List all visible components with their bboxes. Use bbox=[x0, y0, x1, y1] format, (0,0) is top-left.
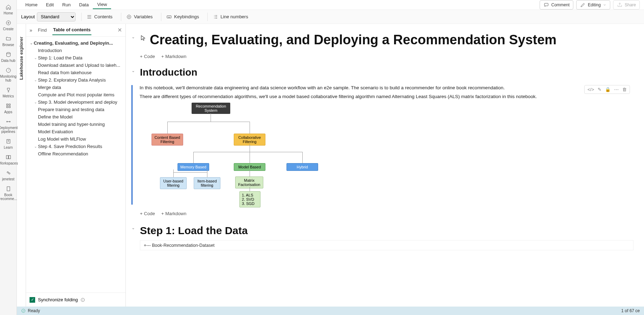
toc-item[interactable]: Model training and hyper-tunning bbox=[27, 121, 124, 128]
toc-item[interactable]: ⌄Step 2. Exploratory Data Analysis bbox=[27, 76, 124, 84]
toc-root[interactable]: ⌄ Creating, Evaluating, and Deployin... bbox=[27, 39, 124, 47]
rail-monitoring[interactable]: Monitoring hub bbox=[0, 65, 17, 84]
line-numbers-button[interactable]: Line numbers bbox=[207, 13, 251, 21]
cell-delete-icon[interactable]: 🗑 bbox=[622, 87, 627, 92]
plus-icon: + bbox=[140, 54, 143, 59]
rail-browse[interactable]: Browse bbox=[0, 33, 17, 49]
collapse-toggle[interactable]: ⌄ bbox=[131, 225, 136, 230]
menu-run[interactable]: Run bbox=[58, 1, 75, 9]
code-cell[interactable]: +--- Book-Recommendation-Dataset bbox=[140, 240, 633, 250]
chevron-down-icon: ⌄ bbox=[29, 41, 34, 45]
plus-icon: + bbox=[140, 211, 143, 216]
markdown-cell[interactable]: </> ✎ 🔒 ⋯ 🗑 In this notebook, we'll demo… bbox=[131, 85, 633, 205]
cell-more-icon[interactable]: ⋯ bbox=[614, 87, 619, 92]
variables-button[interactable]: Variables bbox=[121, 13, 155, 21]
toc-item[interactable]: Compute and Plot most popular items bbox=[27, 91, 124, 98]
diagram-collaborative: Collaborative Filtering bbox=[234, 134, 265, 146]
notebook-area[interactable]: ⌄ Creating, Evaluating, and Deploying a … bbox=[126, 24, 644, 307]
add-markdown-button[interactable]: +Markdown bbox=[161, 211, 187, 216]
rail-workspaces[interactable]: Workspaces bbox=[0, 152, 17, 167]
notebook-title: Creating, Evaluating, and Deploying a Re… bbox=[150, 32, 556, 47]
diagram-root: Recommendation System bbox=[192, 103, 230, 114]
toc-tree: ⌄ Creating, Evaluating, and Deployin... … bbox=[26, 37, 125, 292]
rail-metrics[interactable]: Metrics bbox=[0, 84, 17, 100]
chevron-down-icon bbox=[603, 2, 606, 8]
keybindings-button[interactable]: Keybindings bbox=[161, 13, 202, 21]
status-ready: Ready bbox=[28, 308, 40, 313]
toc-title-tab[interactable]: Table of contents bbox=[52, 25, 91, 35]
share-button[interactable]: Share bbox=[613, 0, 640, 9]
toc-item[interactable]: Read data from lakehouse bbox=[27, 69, 124, 76]
list-icon bbox=[86, 14, 92, 20]
editing-button[interactable]: Editing bbox=[576, 0, 610, 9]
toc-item[interactable]: Offline Recommendation bbox=[27, 150, 124, 158]
toc-item[interactable]: Merge data bbox=[27, 84, 124, 91]
svg-point-13 bbox=[8, 173, 10, 174]
heading-introduction: Introduction bbox=[140, 67, 197, 78]
collapse-toggle[interactable]: ⌄ bbox=[131, 68, 136, 73]
chevron-down-icon: ⌄ bbox=[33, 144, 38, 148]
toc-item[interactable]: Introduction bbox=[27, 47, 124, 54]
share-icon bbox=[617, 2, 623, 8]
rail-workspace-jenetest[interactable]: jenetest bbox=[0, 167, 17, 183]
chevron-down-icon: ⌄ bbox=[33, 78, 38, 82]
check-icon bbox=[21, 308, 26, 314]
folder-icon bbox=[5, 35, 12, 42]
left-nav-rail: Home Create Browse Data hub Monitoring h… bbox=[0, 0, 17, 315]
svg-rect-6 bbox=[9, 106, 10, 108]
cell-edit-icon[interactable]: ✎ bbox=[598, 87, 601, 92]
toc-footer: ✓ Synchronize folding bbox=[26, 292, 125, 307]
collapse-toggle[interactable]: ⌄ bbox=[131, 34, 136, 39]
menu-home[interactable]: Home bbox=[21, 1, 42, 9]
edit-icon bbox=[580, 2, 586, 8]
heading-step1: Step 1: Load the Data bbox=[140, 225, 248, 237]
menu-data[interactable]: Data bbox=[75, 1, 93, 9]
rail-create[interactable]: Create bbox=[0, 17, 17, 33]
comment-icon bbox=[543, 2, 549, 8]
toc-item[interactable]: ⌄Step 3. Model development and deploy bbox=[27, 98, 124, 106]
sync-folding-label: Synchronize folding bbox=[38, 297, 78, 302]
rail-book-recomme[interactable]: Book recomme... bbox=[0, 183, 17, 203]
toc-item[interactable]: ⌄Step 4. Save Prediction Results bbox=[27, 143, 124, 150]
toc-item[interactable]: Prepare training and testing data bbox=[27, 106, 124, 113]
lakehouse-panel-collapsed[interactable]: Lakehouse explorer bbox=[17, 24, 26, 307]
numbers-icon bbox=[213, 14, 218, 20]
rail-deployment[interactable]: Deployment pipelines bbox=[0, 116, 17, 136]
sync-folding-checkbox[interactable]: ✓ bbox=[30, 297, 35, 303]
diagram-user-based: User-based filtering bbox=[160, 177, 187, 189]
toc-close-button[interactable]: ✕ bbox=[117, 27, 122, 33]
add-code-button[interactable]: +Code bbox=[140, 211, 155, 216]
paragraph: There are different types of recommendat… bbox=[140, 94, 633, 99]
toc-item[interactable]: Define the Model bbox=[27, 113, 124, 121]
toc-item[interactable]: Model Evaluation bbox=[27, 128, 124, 135]
home-icon bbox=[5, 4, 12, 11]
menu-edit[interactable]: Edit bbox=[42, 1, 58, 9]
cell-lock-icon[interactable]: 🔒 bbox=[605, 87, 611, 92]
rail-home[interactable]: Home bbox=[0, 1, 17, 17]
menu-view[interactable]: View bbox=[93, 0, 111, 9]
contents-button[interactable]: Contents bbox=[81, 13, 115, 21]
info-icon bbox=[80, 297, 85, 303]
cell-toolbar: </> ✎ 🔒 ⋯ 🗑 bbox=[584, 85, 630, 94]
variable-icon bbox=[126, 14, 132, 20]
toc-find-tab[interactable]: Find bbox=[37, 25, 47, 35]
toc-expand-icon[interactable]: » bbox=[30, 27, 32, 33]
view-toolbar: Layout Standard Contents Variables Keybi… bbox=[17, 10, 644, 24]
svg-rect-14 bbox=[7, 187, 10, 191]
data-hub-icon bbox=[5, 51, 12, 58]
status-cells: 1 of 67 ce bbox=[621, 308, 640, 313]
svg-rect-10 bbox=[6, 155, 8, 159]
diagram-matrix-fact: Matrix Factorisation bbox=[235, 176, 263, 188]
rail-learn[interactable]: Learn bbox=[0, 136, 17, 152]
toc-item[interactable]: ⌄Step 1: Load the Data bbox=[27, 54, 124, 62]
cell-code-icon[interactable]: </> bbox=[587, 87, 594, 92]
add-markdown-button[interactable]: +Markdown bbox=[161, 54, 187, 59]
layout-select[interactable]: Standard bbox=[37, 12, 76, 21]
toc-item[interactable]: Download dataset and Upload to lakeh... bbox=[27, 62, 124, 69]
comment-button[interactable]: Comment bbox=[540, 0, 573, 9]
diagram-item-based: Item-based filtering bbox=[194, 177, 220, 189]
add-code-button[interactable]: +Code bbox=[140, 54, 155, 59]
rail-data-hub[interactable]: Data hub bbox=[0, 49, 17, 65]
rail-apps[interactable]: Apps bbox=[0, 100, 17, 116]
toc-item[interactable]: Log Model with MLFlow bbox=[27, 135, 124, 143]
